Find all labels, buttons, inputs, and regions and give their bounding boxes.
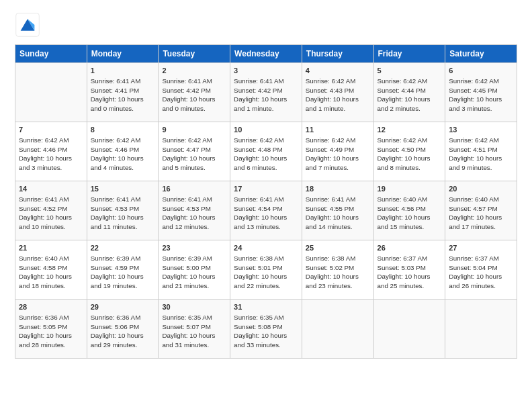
- cell-content: Sunrise: 6:36 AMSunset: 5:06 PMDaylight:…: [91, 313, 155, 349]
- calendar-header: Sunday Monday Tuesday Wednesday Thursday…: [15, 45, 517, 63]
- calendar-cell: 3Sunrise: 6:41 AMSunset: 4:42 PMDaylight…: [230, 63, 302, 122]
- day-number: 10: [234, 125, 298, 135]
- cell-content: Sunrise: 6:42 AMSunset: 4:43 PMDaylight:…: [306, 77, 370, 113]
- day-number: 16: [162, 184, 226, 194]
- calendar-cell: 16Sunrise: 6:41 AMSunset: 4:53 PMDayligh…: [159, 181, 230, 240]
- cell-content: Sunrise: 6:41 AMSunset: 4:53 PMDaylight:…: [91, 195, 155, 231]
- cell-content: Sunrise: 6:35 AMSunset: 5:08 PMDaylight:…: [234, 313, 298, 349]
- calendar-cell: 9Sunrise: 6:42 AMSunset: 4:47 PMDaylight…: [159, 122, 230, 181]
- calendar-week-row: 21Sunrise: 6:40 AMSunset: 4:58 PMDayligh…: [15, 240, 517, 300]
- day-number: 7: [19, 125, 83, 135]
- col-monday: Monday: [87, 45, 159, 63]
- cell-content: Sunrise: 6:42 AMSunset: 4:44 PMDaylight:…: [378, 77, 442, 113]
- cell-content: Sunrise: 6:42 AMSunset: 4:46 PMDaylight:…: [91, 136, 155, 172]
- calendar-table: Sunday Monday Tuesday Wednesday Thursday…: [15, 44, 517, 359]
- day-number: 5: [378, 66, 442, 76]
- calendar-cell: 31Sunrise: 6:35 AMSunset: 5:08 PMDayligh…: [230, 300, 302, 359]
- cell-content: Sunrise: 6:42 AMSunset: 4:47 PMDaylight:…: [162, 136, 226, 172]
- day-number: 12: [378, 125, 442, 135]
- calendar-body: 1Sunrise: 6:41 AMSunset: 4:41 PMDaylight…: [15, 63, 517, 359]
- cell-content: Sunrise: 6:41 AMSunset: 4:54 PMDaylight:…: [234, 195, 298, 231]
- day-number: 23: [162, 243, 226, 253]
- col-thursday: Thursday: [302, 45, 373, 63]
- day-number: 8: [91, 125, 155, 135]
- calendar-cell: 20Sunrise: 6:40 AMSunset: 4:57 PMDayligh…: [445, 181, 517, 240]
- day-number: 6: [449, 66, 513, 76]
- cell-content: Sunrise: 6:36 AMSunset: 5:05 PMDaylight:…: [19, 313, 83, 349]
- calendar-cell: [302, 300, 373, 359]
- cell-content: Sunrise: 6:37 AMSunset: 5:04 PMDaylight:…: [449, 254, 513, 290]
- calendar-cell: 21Sunrise: 6:40 AMSunset: 4:58 PMDayligh…: [15, 240, 87, 300]
- day-number: 15: [91, 184, 155, 194]
- day-number: 22: [91, 243, 155, 253]
- cell-content: Sunrise: 6:42 AMSunset: 4:48 PMDaylight:…: [234, 136, 298, 172]
- cell-content: Sunrise: 6:40 AMSunset: 4:56 PMDaylight:…: [378, 195, 442, 231]
- cell-content: Sunrise: 6:35 AMSunset: 5:07 PMDaylight:…: [162, 313, 226, 349]
- day-number: 30: [162, 302, 226, 312]
- day-number: 25: [306, 243, 370, 253]
- calendar-cell: 2Sunrise: 6:41 AMSunset: 4:42 PMDaylight…: [159, 63, 230, 122]
- cell-content: Sunrise: 6:38 AMSunset: 5:01 PMDaylight:…: [234, 254, 298, 290]
- calendar-cell: 23Sunrise: 6:39 AMSunset: 5:00 PMDayligh…: [159, 240, 230, 300]
- cell-content: Sunrise: 6:42 AMSunset: 4:49 PMDaylight:…: [306, 136, 370, 172]
- cell-content: Sunrise: 6:41 AMSunset: 4:52 PMDaylight:…: [19, 195, 83, 231]
- cell-content: Sunrise: 6:41 AMSunset: 4:42 PMDaylight:…: [234, 77, 298, 113]
- col-saturday: Saturday: [445, 45, 517, 63]
- calendar-week-row: 14Sunrise: 6:41 AMSunset: 4:52 PMDayligh…: [15, 181, 517, 240]
- cell-content: Sunrise: 6:38 AMSunset: 5:02 PMDaylight:…: [306, 254, 370, 290]
- day-number: 2: [162, 66, 226, 76]
- calendar-cell: 6Sunrise: 6:42 AMSunset: 4:45 PMDaylight…: [445, 63, 517, 122]
- calendar-cell: 15Sunrise: 6:41 AMSunset: 4:53 PMDayligh…: [87, 181, 159, 240]
- calendar-cell: [15, 63, 87, 122]
- day-number: 1: [91, 66, 155, 76]
- day-number: 17: [234, 184, 298, 194]
- page: Sunday Monday Tuesday Wednesday Thursday…: [0, 0, 532, 411]
- cell-content: Sunrise: 6:40 AMSunset: 4:57 PMDaylight:…: [449, 195, 513, 231]
- calendar-cell: 18Sunrise: 6:41 AMSunset: 4:55 PMDayligh…: [302, 181, 373, 240]
- day-number: 4: [306, 66, 370, 76]
- calendar-cell: 13Sunrise: 6:42 AMSunset: 4:51 PMDayligh…: [445, 122, 517, 181]
- calendar-cell: 7Sunrise: 6:42 AMSunset: 4:46 PMDaylight…: [15, 122, 87, 181]
- calendar-cell: 8Sunrise: 6:42 AMSunset: 4:46 PMDaylight…: [87, 122, 159, 181]
- calendar-cell: 17Sunrise: 6:41 AMSunset: 4:54 PMDayligh…: [230, 181, 302, 240]
- day-number: 20: [449, 184, 513, 194]
- calendar-week-row: 1Sunrise: 6:41 AMSunset: 4:41 PMDaylight…: [15, 63, 517, 122]
- calendar-cell: [373, 300, 445, 359]
- calendar-week-row: 28Sunrise: 6:36 AMSunset: 5:05 PMDayligh…: [15, 300, 517, 359]
- calendar-cell: 25Sunrise: 6:38 AMSunset: 5:02 PMDayligh…: [302, 240, 373, 300]
- day-number: 21: [19, 243, 83, 253]
- cell-content: Sunrise: 6:42 AMSunset: 4:51 PMDaylight:…: [449, 136, 513, 172]
- cell-content: Sunrise: 6:41 AMSunset: 4:42 PMDaylight:…: [162, 77, 226, 113]
- logo: [15, 12, 44, 38]
- cell-content: Sunrise: 6:41 AMSunset: 4:55 PMDaylight:…: [306, 195, 370, 231]
- calendar-cell: 27Sunrise: 6:37 AMSunset: 5:04 PMDayligh…: [445, 240, 517, 300]
- calendar-cell: 12Sunrise: 6:42 AMSunset: 4:50 PMDayligh…: [373, 122, 445, 181]
- cell-content: Sunrise: 6:42 AMSunset: 4:46 PMDaylight:…: [19, 136, 83, 172]
- col-wednesday: Wednesday: [230, 45, 302, 63]
- day-number: 11: [306, 125, 370, 135]
- cell-content: Sunrise: 6:37 AMSunset: 5:03 PMDaylight:…: [378, 254, 442, 290]
- day-number: 19: [378, 184, 442, 194]
- col-tuesday: Tuesday: [159, 45, 230, 63]
- calendar-cell: 11Sunrise: 6:42 AMSunset: 4:49 PMDayligh…: [302, 122, 373, 181]
- calendar-cell: 10Sunrise: 6:42 AMSunset: 4:48 PMDayligh…: [230, 122, 302, 181]
- calendar-cell: 29Sunrise: 6:36 AMSunset: 5:06 PMDayligh…: [87, 300, 159, 359]
- calendar-cell: 28Sunrise: 6:36 AMSunset: 5:05 PMDayligh…: [15, 300, 87, 359]
- day-number: 9: [162, 125, 226, 135]
- cell-content: Sunrise: 6:42 AMSunset: 4:45 PMDaylight:…: [449, 77, 513, 113]
- day-number: 24: [234, 243, 298, 253]
- cell-content: Sunrise: 6:41 AMSunset: 4:41 PMDaylight:…: [91, 77, 155, 113]
- day-number: 27: [449, 243, 513, 253]
- day-number: 13: [449, 125, 513, 135]
- day-number: 26: [378, 243, 442, 253]
- col-friday: Friday: [373, 45, 445, 63]
- calendar-cell: 22Sunrise: 6:39 AMSunset: 4:59 PMDayligh…: [87, 240, 159, 300]
- calendar-cell: 19Sunrise: 6:40 AMSunset: 4:56 PMDayligh…: [373, 181, 445, 240]
- calendar-cell: 5Sunrise: 6:42 AMSunset: 4:44 PMDaylight…: [373, 63, 445, 122]
- calendar-cell: 30Sunrise: 6:35 AMSunset: 5:07 PMDayligh…: [159, 300, 230, 359]
- col-sunday: Sunday: [15, 45, 87, 63]
- header-row: Sunday Monday Tuesday Wednesday Thursday…: [15, 45, 517, 63]
- cell-content: Sunrise: 6:40 AMSunset: 4:58 PMDaylight:…: [19, 254, 83, 290]
- header: [15, 12, 517, 38]
- day-number: 3: [234, 66, 298, 76]
